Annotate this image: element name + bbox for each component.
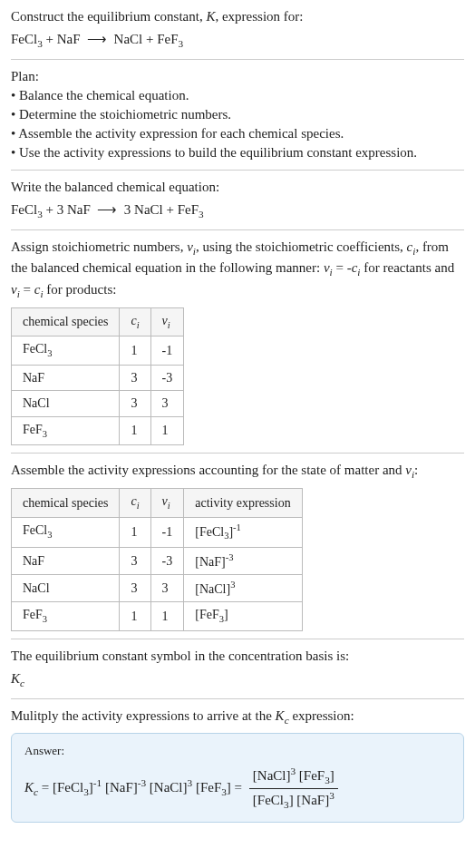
table-cell: 1 [120,602,150,630]
table-cell: 1 [120,416,150,444]
table-row: FeCl31-1 [12,336,184,365]
table-header: νi [150,307,184,336]
divider [11,639,464,639]
table-cell: 3 [120,575,150,602]
table-cell: FeF3 [12,416,120,444]
plan-heading: Plan: [11,67,464,86]
activity-section: Assemble the activity expressions accoun… [11,461,464,630]
plan-item-text: Assemble the activity expression for eac… [18,126,344,141]
divider [11,170,464,171]
divider [11,453,464,454]
answer-fraction: [NaCl]3 [FeF3] [FeCl3] [NaF]3 [249,765,338,813]
plan-section: Plan: • Balance the chemical equation. •… [11,67,464,162]
table-cell: NaF [12,365,120,391]
table-header: νi [150,489,184,517]
table-header-row: chemical species ci νi activity expressi… [12,489,303,517]
table-cell: [NaF]-3 [184,547,302,574]
answer-label: Answer: [24,743,451,759]
table-cell: -1 [150,336,184,365]
table-cell: FeCl3 [12,336,120,365]
table-row: FeCl31-1[FeCl3]-1 [12,517,303,547]
plan-item: • Assemble the activity expression for e… [11,124,464,143]
divider [11,698,464,699]
symbol-section: The equilibrium constant symbol in the c… [11,647,464,691]
table-header: chemical species [12,307,120,336]
table-cell: 3 [120,365,150,391]
table-cell: [NaCl]3 [184,575,302,602]
plan-item: • Determine the stoichiometric numbers. [11,105,464,124]
answer-numerator: [NaCl]3 [FeF3] [249,765,338,789]
plan-item-text: Determine the stoichiometric numbers. [19,107,231,122]
prompt-line1: Construct the equilibrium constant, K, e… [11,7,464,26]
answer-expression: Kc = [FeCl3]-1 [NaF]-3 [NaCl]3 [FeF3] = … [24,765,451,813]
plan-item: • Balance the chemical equation. [11,86,464,105]
table-cell: 3 [120,547,150,574]
table-cell: NaCl [12,575,120,602]
table-cell: [FeCl3]-1 [184,517,302,547]
table-cell: FeF3 [12,602,120,630]
multiply-text: Mulitply the activity expressions to arr… [11,707,464,728]
balanced-equation: FeCl3 + 3 NaF ⟶ 3 NaCl + FeF3 [11,200,464,222]
table-cell: -3 [150,547,184,574]
table-header-row: chemical species ci νi [12,307,184,336]
table-cell: 3 [150,575,184,602]
table-row: FeF311 [12,416,184,444]
symbol-value: Kc [11,669,464,691]
activity-table: chemical species ci νi activity expressi… [11,488,303,631]
symbol-text: The equilibrium constant symbol in the c… [11,647,464,666]
table-cell: -3 [150,365,184,391]
plan-item: • Use the activity expressions to build … [11,143,464,162]
table-row: NaF3-3 [12,365,184,391]
table-cell: NaF [12,547,120,574]
multiply-section: Mulitply the activity expressions to arr… [11,707,464,823]
balanced-heading: Write the balanced chemical equation: [11,178,464,197]
plan-item-text: Balance the chemical equation. [19,88,189,102]
table-cell: 1 [150,602,184,630]
table-cell: 1 [150,416,184,444]
table-cell: 3 [150,391,184,417]
table-cell: FeCl3 [12,517,120,547]
stoich-table: chemical species ci νi FeCl31-1 NaF3-3 N… [11,307,184,446]
table-row: NaF3-3[NaF]-3 [12,547,303,574]
table-header: ci [120,307,150,336]
answer-box: Answer: Kc = [FeCl3]-1 [NaF]-3 [NaCl]3 [… [11,733,464,823]
table-cell: [FeF3] [184,602,302,630]
stoich-section: Assign stoichiometric numbers, νi, using… [11,238,464,446]
table-row: NaCl33[NaCl]3 [12,575,303,602]
table-cell: NaCl [12,391,120,417]
table-header: chemical species [12,489,120,517]
table-header: activity expression [184,489,302,517]
prompt-section: Construct the equilibrium constant, K, e… [11,7,464,52]
balanced-section: Write the balanced chemical equation: Fe… [11,178,464,222]
table-row: NaCl33 [12,391,184,417]
answer-denominator: [FeCl3] [NaF]3 [249,789,338,813]
plan-item-text: Use the activity expressions to build th… [19,145,417,160]
table-cell: 1 [120,336,150,365]
table-cell: -1 [150,517,184,547]
prompt-equation: FeCl3 + NaF ⟶ NaCl + FeF3 [11,30,464,52]
stoich-text: Assign stoichiometric numbers, νi, using… [11,238,464,302]
table-cell: 3 [120,391,150,417]
divider [11,229,464,230]
table-row: FeF311[FeF3] [12,602,303,630]
table-cell: 1 [120,517,150,547]
divider [11,59,464,60]
activity-text: Assemble the activity expressions accoun… [11,461,464,483]
table-header: ci [120,489,150,517]
